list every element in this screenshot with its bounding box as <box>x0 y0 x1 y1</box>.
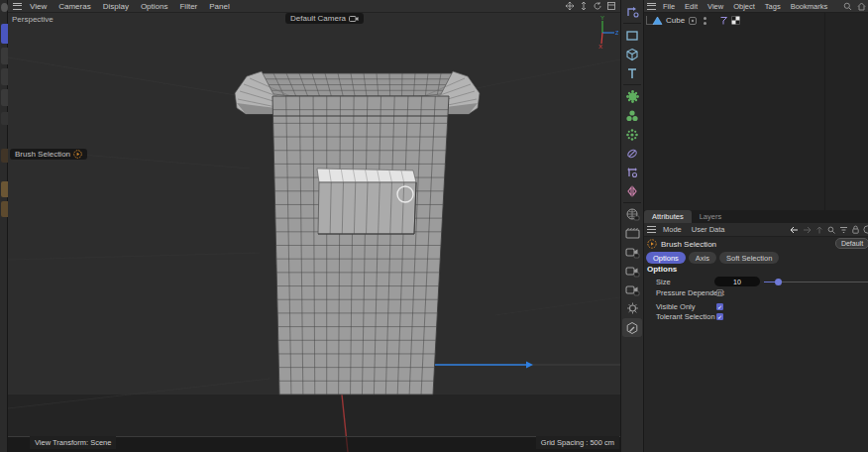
history-forward-icon[interactable] <box>803 226 812 234</box>
size-slider-handle[interactable] <box>775 279 782 285</box>
axis-gizmo[interactable]: Y Z X <box>591 15 618 49</box>
light-icon[interactable] <box>622 299 642 318</box>
maximize-view-icon[interactable] <box>606 1 616 11</box>
om-menu-view[interactable]: View <box>703 2 728 11</box>
visible-only-label: Visible Only <box>656 302 695 311</box>
object-manager-menu-icon[interactable] <box>647 3 656 10</box>
tolerant-selection-label: Tolerant Selection <box>656 312 715 321</box>
rectangle-selection-icon[interactable] <box>622 26 642 45</box>
dolly-view-icon[interactable] <box>579 1 589 11</box>
model-mode-icon-fragment[interactable] <box>1 181 8 197</box>
menu-filter[interactable]: Filter <box>173 2 203 11</box>
pan-view-icon[interactable] <box>565 1 575 11</box>
om-menu-tags[interactable]: Tags <box>760 2 786 11</box>
menu-view[interactable]: View <box>24 2 53 11</box>
om-menu-file[interactable]: File <box>658 2 680 11</box>
om-menu-bookmarks[interactable]: Bookmarks <box>786 2 833 11</box>
object-tree[interactable]: Cube <box>644 13 868 210</box>
size-input[interactable]: 10 <box>714 277 760 286</box>
camera-icon <box>349 15 359 23</box>
subdivision-surface-icon[interactable] <box>622 87 642 106</box>
move-tool-icon-fragment[interactable] <box>1 48 8 64</box>
brush-selection-icon[interactable] <box>647 239 657 249</box>
text-spline-icon[interactable] <box>622 63 642 82</box>
help-icon-clipped[interactable] <box>863 225 868 234</box>
view-name-label[interactable]: Perspective <box>12 15 54 24</box>
pressure-dependent-label: Pressure Dependent <box>656 288 724 297</box>
om-search-icon[interactable] <box>843 2 852 11</box>
axis-modify-icon[interactable] <box>622 163 642 181</box>
phong-tag-icon[interactable] <box>719 16 728 26</box>
cloner-icon[interactable] <box>622 106 642 125</box>
material-editor-icon[interactable] <box>622 318 642 337</box>
grid-spacing-status: Grid Spacing : 500 cm <box>536 436 619 449</box>
attributes-menu-icon[interactable] <box>647 226 656 233</box>
pressure-dependent-checkbox[interactable] <box>716 289 723 296</box>
tab-layers[interactable]: Layers <box>692 210 730 223</box>
symmetry-icon[interactable] <box>622 181 642 200</box>
section-tab-soft-selection[interactable]: Soft Selection <box>719 252 779 264</box>
viewport-menubar: View Cameras Display Options Filter Pane… <box>8 0 620 13</box>
stage-icon[interactable] <box>622 224 642 243</box>
object-row-cube[interactable]: Cube <box>644 14 868 27</box>
active-tool-icon-fragment[interactable] <box>1 24 8 44</box>
history-back-icon[interactable] <box>790 226 799 234</box>
tab-attributes[interactable]: Attributes <box>644 210 692 223</box>
attribute-section-tabs: Options Axis Soft Selection <box>646 252 779 264</box>
object-name[interactable]: Cube <box>666 16 685 25</box>
polygon-object-icon[interactable] <box>652 16 663 26</box>
camera-1-icon[interactable] <box>622 243 642 262</box>
array-icon[interactable] <box>622 125 642 144</box>
texture-mode-icon-fragment[interactable] <box>1 201 8 217</box>
lock-icon[interactable] <box>852 225 859 234</box>
tolerant-selection-checkbox[interactable]: ✓ <box>716 313 723 320</box>
floor-sky-icon[interactable] <box>622 205 642 224</box>
manager-panel: File Edit View Object Tags Bookmarks Cub… <box>644 0 868 452</box>
pressure-dependent-row: Pressure Dependent <box>644 287 868 298</box>
rotate-view-icon[interactable] <box>593 1 602 11</box>
attr-search-icon[interactable] <box>827 226 835 234</box>
gizmo-z-label: Z <box>615 30 618 36</box>
uvw-tag-icon[interactable] <box>731 16 740 25</box>
attribute-object-header: Brush Selection Default <box>644 237 868 251</box>
om-column-divider <box>824 13 825 210</box>
om-menu-object[interactable]: Object <box>728 2 760 11</box>
viewport-menu-icon[interactable] <box>13 3 22 10</box>
camera-3-icon[interactable] <box>622 281 642 299</box>
visible-only-checkbox[interactable]: ✓ <box>716 303 723 310</box>
cube-primitive-icon[interactable] <box>622 45 642 63</box>
tool-icon-fragment[interactable] <box>1 149 8 163</box>
camera-2-icon[interactable] <box>622 262 642 281</box>
filter-icon[interactable] <box>839 226 848 234</box>
attribute-object-title: Brush Selection <box>661 240 716 249</box>
section-tab-axis[interactable]: Axis <box>689 252 716 264</box>
menu-display[interactable]: Display <box>97 2 135 11</box>
size-slider[interactable] <box>764 282 868 283</box>
menu-panel[interactable]: Panel <box>203 2 235 11</box>
menu-cameras[interactable]: Cameras <box>53 2 96 11</box>
viewport-canvas[interactable] <box>8 13 620 452</box>
visibility-toggles[interactable] <box>704 17 706 25</box>
menu-user-data[interactable]: User Data <box>687 225 730 234</box>
options-section-header[interactable]: Options <box>647 265 677 274</box>
object-toolbar <box>620 0 644 452</box>
menu-options[interactable]: Options <box>135 2 174 11</box>
om-menu-edit[interactable]: Edit <box>680 2 703 11</box>
active-tool-label-text: Brush Selection <box>15 150 70 159</box>
parent-up-icon[interactable] <box>815 226 823 234</box>
tweak-tool-icon[interactable] <box>622 2 642 21</box>
menu-mode[interactable]: Mode <box>658 225 687 234</box>
tool-play-icon[interactable] <box>73 150 82 159</box>
om-home-icon[interactable] <box>857 2 866 11</box>
left-toolbar-strip-clipped[interactable] <box>0 0 8 452</box>
spline-mask-icon[interactable] <box>622 144 642 163</box>
viewport-panel: View Cameras Display Options Filter Pane… <box>8 0 620 452</box>
default-preset-button[interactable]: Default <box>835 238 868 249</box>
object-state-badge[interactable] <box>689 17 697 25</box>
magnifier-icon-fragment[interactable] <box>1 3 8 12</box>
tool-icon-fragment[interactable] <box>1 112 8 125</box>
rotate-tool-icon-fragment[interactable] <box>1 68 8 85</box>
section-tab-options[interactable]: Options <box>646 252 686 264</box>
camera-label[interactable]: Default Camera <box>285 13 364 24</box>
scale-tool-icon-fragment[interactable] <box>1 89 8 106</box>
